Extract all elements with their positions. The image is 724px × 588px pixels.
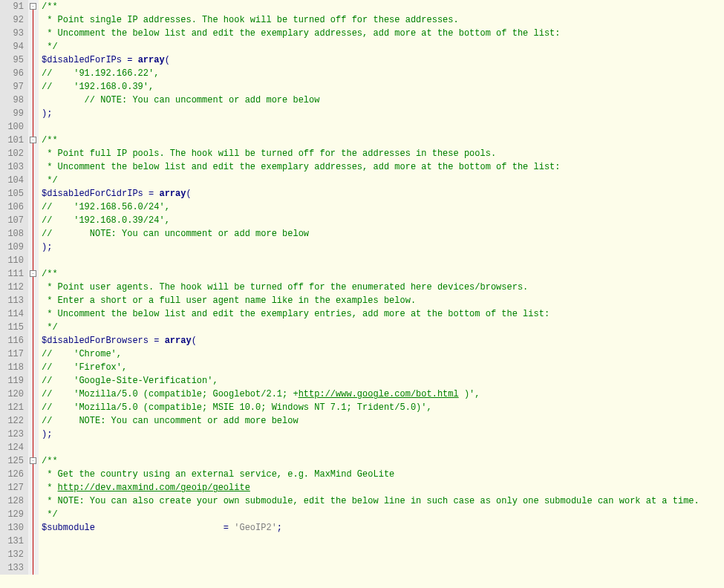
code-line[interactable] (42, 561, 699, 575)
code-line[interactable]: // 'Google-Site-Verification', (42, 374, 699, 388)
line-number: 122 (0, 414, 24, 428)
code-line[interactable]: // '192.168.56.0/24', (42, 200, 699, 214)
code-line[interactable] (42, 441, 699, 454)
token-var: $disabledForBrowsers (42, 336, 149, 346)
code-line[interactable]: // NOTE: You can uncomment or add more b… (42, 94, 699, 107)
fold-toggle-icon[interactable]: - (30, 137, 36, 143)
token-punct: = (224, 523, 229, 533)
code-line[interactable]: * Uncomment the below list and edit the … (42, 160, 699, 174)
code-line[interactable]: // 'Chrome', (42, 347, 699, 361)
token-comment: * Point single IP addresses. The hook wi… (42, 15, 459, 25)
code-line[interactable]: * Get the country using an external serv… (42, 468, 699, 481)
token-punct: ( (165, 55, 170, 65)
line-number: 118 (0, 361, 24, 374)
fold-column[interactable]: ---- (28, 0, 39, 575)
code-line[interactable]: // NOTE: You can uncomment or add more b… (42, 414, 699, 428)
line-number: 98 (0, 94, 24, 107)
code-line[interactable]: * Point single IP addresses. The hook wi… (42, 13, 699, 27)
line-number: 105 (0, 187, 24, 200)
code-line[interactable] (42, 120, 699, 134)
token-punct: ); (42, 108, 52, 119)
token-comment: * (42, 483, 58, 493)
code-line[interactable]: $disabledForBrowsers = array( (42, 334, 699, 347)
code-area[interactable]: /** * Point single IP addresses. The hoo… (39, 0, 699, 575)
token-comment: // 'Chrome', (42, 349, 122, 359)
code-line[interactable]: * Point user agents. The hook will be tu… (42, 281, 699, 294)
code-line[interactable]: * Uncomment the below list and edit the … (42, 27, 699, 40)
code-line[interactable]: // NOTE: You can uncomment or add more b… (42, 227, 699, 241)
code-editor[interactable]: 9192939495969798991001011021031041051061… (0, 0, 724, 575)
line-number: 108 (0, 227, 24, 241)
line-number: 114 (0, 307, 24, 321)
code-line[interactable]: ); (42, 107, 699, 120)
token-comment: // 'Firefox', (42, 362, 127, 373)
line-number: 100 (0, 120, 24, 134)
token-comment: /** (42, 456, 58, 466)
code-line[interactable]: // 'Firefox', (42, 361, 699, 374)
line-number: 121 (0, 401, 24, 414)
code-line[interactable]: $disabledForCidrIPs = array( (42, 187, 699, 200)
token-comment: // NOTE: You can uncomment or add more b… (42, 229, 309, 239)
code-line[interactable]: // '91.192.166.22', (42, 67, 699, 80)
code-line[interactable]: * Enter a short or a full user agent nam… (42, 294, 699, 307)
line-number: 93 (0, 27, 24, 40)
fold-toggle-icon[interactable]: - (30, 270, 36, 277)
line-number: 113 (0, 294, 24, 307)
code-line[interactable]: */ (42, 321, 699, 334)
code-line[interactable]: $disabledForIPs = array( (42, 53, 699, 67)
token-comment: * NOTE: You can also create your own sub… (42, 496, 699, 506)
line-number: 94 (0, 40, 24, 53)
token-comment: /** (42, 1, 58, 12)
token-comment: * Point full IP pools. The hook will be … (42, 148, 496, 159)
fold-toggle-icon[interactable]: - (30, 3, 36, 10)
code-line[interactable] (42, 548, 699, 561)
code-line[interactable]: /** (42, 267, 699, 281)
line-number: 116 (0, 334, 24, 347)
code-line[interactable]: ); (42, 241, 699, 254)
token-comment: */ (42, 322, 58, 333)
token-punct: ); (42, 429, 52, 440)
token-url: http://www.google.com/bot.html (299, 389, 459, 399)
code-line[interactable]: * Uncomment the below list and edit the … (42, 307, 699, 321)
code-line[interactable] (42, 254, 699, 267)
line-number: 110 (0, 254, 24, 267)
line-number: 120 (0, 388, 24, 401)
code-line[interactable] (42, 535, 699, 548)
token-op (95, 523, 224, 533)
code-line[interactable]: ); (42, 428, 699, 441)
code-line[interactable]: // '192.168.0.39', (42, 80, 699, 94)
line-number: 130 (0, 521, 24, 535)
code-line[interactable]: */ (42, 40, 699, 53)
code-line[interactable]: /** (42, 0, 699, 13)
code-line[interactable]: // 'Mozilla/5.0 (compatible; MSIE 10.0; … (42, 401, 699, 414)
token-var: $disabledForIPs (42, 55, 122, 65)
code-line[interactable]: /** (42, 454, 699, 468)
token-punct: ); (42, 242, 52, 252)
token-comment: // 'Google-Site-Verification', (42, 376, 218, 386)
token-op (143, 189, 149, 199)
line-number: 126 (0, 468, 24, 481)
token-comment: * Get the country using an external serv… (42, 469, 394, 480)
code-line[interactable]: * NOTE: You can also create your own sub… (42, 494, 699, 508)
fold-toggle-icon[interactable]: - (30, 457, 36, 464)
code-line[interactable]: // '192.168.0.39/24', (42, 214, 699, 227)
line-number: 97 (0, 80, 24, 94)
token-var: $submodule (42, 523, 95, 533)
token-comment: * Enter a short or a full user agent nam… (42, 295, 416, 306)
token-keyword: array (159, 189, 186, 199)
code-line[interactable]: * http://dev.maxmind.com/geoip/geolite (42, 481, 699, 494)
code-line[interactable]: $submodule = 'GeoIP2'; (42, 521, 699, 535)
token-keyword: array (165, 336, 192, 346)
line-number: 128 (0, 494, 24, 508)
line-number: 106 (0, 200, 24, 214)
token-op (159, 336, 164, 346)
token-punct: ( (192, 336, 197, 346)
code-line[interactable]: */ (42, 174, 699, 187)
line-number: 103 (0, 160, 24, 174)
code-line[interactable]: // 'Mozilla/5.0 (compatible; Googlebot/2… (42, 388, 699, 401)
code-line[interactable]: /** (42, 134, 699, 147)
line-number: 124 (0, 441, 24, 454)
code-line[interactable]: * Point full IP pools. The hook will be … (42, 147, 699, 160)
token-comment: /** (42, 269, 58, 279)
code-line[interactable]: */ (42, 508, 699, 521)
